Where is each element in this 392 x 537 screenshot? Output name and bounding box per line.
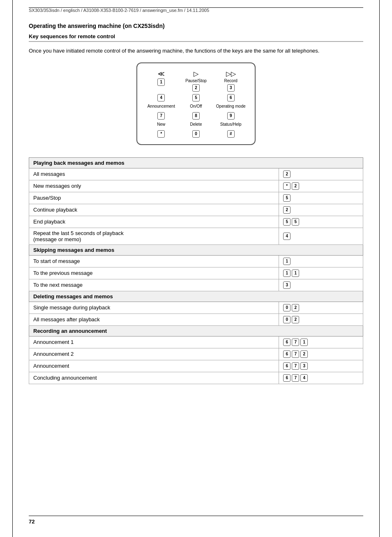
table-row: Concluding announcement 674 — [29, 372, 363, 384]
row-label: Single message during playback — [29, 302, 279, 313]
row-keys: 2 — [279, 204, 363, 216]
key-badge-8: 8 — [192, 112, 200, 120]
key-badge-9: 9 — [227, 112, 235, 120]
section-deleting-label: Deleting messages and memos — [29, 291, 363, 302]
key-badge-4: 4 — [157, 94, 165, 101]
table-row: Continue playback 2 — [29, 204, 363, 216]
row-keys: 55 — [279, 216, 363, 228]
key-badge-0: 0 — [192, 130, 200, 138]
table-row: To the next message 3 — [29, 279, 363, 291]
pause-stop-label: Pause/Stop — [185, 78, 207, 83]
key-cell-3: ▷▷ Record 3 — [215, 70, 247, 92]
row-keys: 671 — [279, 336, 363, 348]
row-label: Pause/Stop — [29, 192, 279, 204]
reference-table: Playing back messages and memos All mess… — [29, 157, 363, 384]
table-section-header-playing: Playing back messages and memos — [29, 157, 363, 168]
key-cell-9: 9 — [215, 112, 247, 120]
key-cell-6: 6 — [215, 94, 247, 101]
key-cell-1: ≪ 1 — [145, 70, 177, 92]
row-label: New messages only — [29, 180, 279, 192]
row-keys: 02 — [279, 313, 363, 325]
delete-label: Delete — [190, 122, 202, 127]
row-label: All messages — [29, 168, 279, 180]
table-row: New messages only *2 — [29, 180, 363, 192]
table-row: Announcement 1 671 — [29, 336, 363, 348]
row-keys: 02 — [279, 302, 363, 313]
row-label: Announcement 1 — [29, 336, 279, 348]
table-row: Repeat the last 5 seconds of playback(me… — [29, 228, 363, 244]
table-row: All messages after playback 02 — [29, 313, 363, 325]
table-row: Single message during playback 02 — [29, 302, 363, 313]
key-badge-5: 5 — [192, 94, 200, 101]
row-keys: 1 — [279, 255, 363, 267]
section-recording-label: Recording an announcement — [29, 325, 363, 336]
row-label: Continue playback — [29, 204, 279, 216]
table-row: All messages 2 — [29, 168, 363, 180]
onoff-label: On/Off — [190, 104, 202, 109]
key-cell-4: 4 — [145, 94, 177, 101]
row-label: To start of message — [29, 255, 279, 267]
row-keys: 4 — [279, 228, 363, 244]
table-section-header-skipping: Skipping messages and memos — [29, 244, 363, 255]
key-badge-1: 1 — [157, 78, 165, 86]
table-row: Pause/Stop 5 — [29, 192, 363, 204]
key-cell-star: * — [145, 130, 177, 138]
keypad-box: ≪ 1 ▷ Pause/Stop 2 ▷▷ Record 3 4 — [136, 62, 256, 145]
key-cell-7: 7 — [145, 112, 177, 120]
key-cell-0: 0 — [180, 130, 212, 138]
row-keys: 673 — [279, 360, 363, 372]
key-cell-2: ▷ Pause/Stop 2 — [180, 70, 212, 92]
key-label-delete: Delete — [180, 122, 212, 128]
table-row: Announcement 673 — [29, 360, 363, 372]
intro-text: Once you have initiated remote control o… — [29, 47, 363, 55]
header-text: SX303/353isdn / englisch / A31008-X353-B… — [29, 8, 209, 13]
row-keys: 2 — [279, 168, 363, 180]
row-keys: 674 — [279, 372, 363, 384]
page-header: SX303/353isdn / englisch / A31008-X353-B… — [29, 7, 363, 14]
key-badge-7: 7 — [157, 112, 165, 120]
key-badge-6: 6 — [227, 94, 235, 101]
right-border — [379, 0, 380, 537]
announcement-label: Announcement — [148, 104, 175, 109]
keypad-grid: ≪ 1 ▷ Pause/Stop 2 ▷▷ Record 3 4 — [145, 70, 247, 138]
row-label: Concluding announcement — [29, 372, 279, 384]
key-label-new: New — [145, 122, 177, 128]
table-section-header-recording: Recording an announcement — [29, 325, 363, 336]
table-row: To start of message 1 — [29, 255, 363, 267]
key-cell-hash: # — [215, 130, 247, 138]
table-section-header-deleting: Deleting messages and memos — [29, 291, 363, 302]
section-title: Operating the answering machine (on CX25… — [29, 23, 363, 29]
row-label: To the next message — [29, 279, 279, 291]
page-footer: 72 — [29, 516, 363, 525]
page-number: 72 — [29, 519, 35, 525]
row-keys: *2 — [279, 180, 363, 192]
keypad-diagram: ≪ 1 ▷ Pause/Stop 2 ▷▷ Record 3 4 — [29, 62, 363, 145]
row-keys: 5 — [279, 192, 363, 204]
play-icon: ▷ — [194, 70, 198, 78]
key-cell-5: 5 — [180, 94, 212, 101]
row-keys: 3 — [279, 279, 363, 291]
row-keys: 11 — [279, 267, 363, 279]
record-label: Record — [224, 78, 238, 83]
forward-icon: ▷▷ — [226, 70, 236, 78]
section-skipping-label: Skipping messages and memos — [29, 244, 363, 255]
table-row: End playback 55 — [29, 216, 363, 228]
opmode-label: Operating mode — [216, 104, 246, 109]
key-badge-star: * — [157, 130, 165, 138]
key-label-onoff: On/Off — [180, 104, 212, 110]
key-label-opmode: Operating mode — [215, 104, 247, 110]
row-label: Repeat the last 5 seconds of playback(me… — [29, 228, 279, 244]
row-label: All messages after playback — [29, 313, 279, 325]
new-label: New — [157, 122, 165, 127]
statushelp-label: Status/Help — [220, 122, 242, 127]
key-badge-hash: # — [227, 130, 235, 138]
subsection-title: Key sequences for remote control — [29, 33, 363, 42]
row-label: To the previous message — [29, 267, 279, 279]
key-cell-8: 8 — [180, 112, 212, 120]
key-label-statushelp: Status/Help — [215, 122, 247, 128]
row-label: Announcement — [29, 360, 279, 372]
table-row: Announcement 2 672 — [29, 348, 363, 360]
row-label: End playback — [29, 216, 279, 228]
rewind-icon: ≪ — [158, 70, 165, 78]
key-badge-3: 3 — [227, 84, 235, 92]
